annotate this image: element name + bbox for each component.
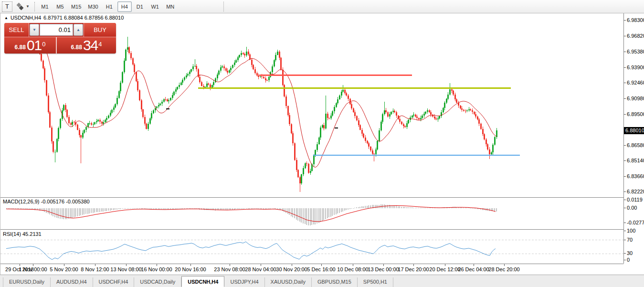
price-axis-label: 6.85140 <box>627 158 644 164</box>
date-tick <box>157 264 157 266</box>
tab-usdcad-daily[interactable]: USDCAD,Daily <box>134 277 181 287</box>
tab-xauusd-daily[interactable]: XAUUSD,Daily <box>265 277 312 287</box>
rsi-value: 45.2131 <box>22 231 42 237</box>
chart-tab-bar: EURUSD,DailyAUDUSD,H4USDCHF,H4USDCAD,Dai… <box>0 275 644 287</box>
date-tick <box>383 264 384 266</box>
date-label: 28 Nov 04:00 <box>245 266 276 272</box>
date-tick <box>230 264 230 266</box>
buy-price-display[interactable]: 6.88 34 4 <box>57 37 116 53</box>
chart-ohlc-values: 6.87971 6.88084 6.87856 6.88010 <box>43 15 124 21</box>
rsi-chart[interactable] <box>0 230 623 264</box>
date-tick <box>445 264 445 266</box>
date-tick <box>33 264 33 266</box>
tab-usdchf-h4[interactable]: USDCHF,H4 <box>93 277 135 287</box>
text-tool-button[interactable]: T <box>2 1 12 12</box>
date-label: 13 Nov 08:00 <box>110 266 141 272</box>
macd-axis-label: -0.027754 <box>627 220 644 226</box>
date-label: 8 Nov 12:00 <box>81 266 109 272</box>
date-label: 13 Dec 00:00 <box>368 266 399 272</box>
timeframe-button-M15[interactable]: M15 <box>68 1 84 12</box>
tab-eurusd-daily[interactable]: EURUSD,Daily <box>3 277 51 287</box>
volume-input[interactable] <box>40 24 73 36</box>
timeframe-button-W1[interactable]: W1 <box>148 1 162 12</box>
buy-button[interactable]: BUY <box>84 23 116 37</box>
date-tick <box>413 264 414 266</box>
price-axis-label: 6.90980 <box>627 96 644 102</box>
price-axis-label: 6.86580 <box>627 142 644 149</box>
chart-title: ▲ USDCNH,H4 6.87971 6.88084 6.87856 6.88… <box>4 15 124 21</box>
symbols-icon[interactable] <box>16 3 25 11</box>
timeframe-button-H1[interactable]: H1 <box>102 1 116 12</box>
date-tick <box>64 264 64 266</box>
toolbar-separator <box>34 2 35 11</box>
date-label: 26 Dec 04:00 <box>458 266 489 272</box>
date-tick <box>20 264 20 266</box>
date-label: 30 Nov 20:00 <box>276 266 307 272</box>
rsi-axis-label: 70 <box>627 237 633 243</box>
date-tick <box>353 264 353 266</box>
rsi-label: RSI(14) 45.2131 <box>3 231 42 237</box>
date-label: 10 Dec 08:00 <box>337 266 368 272</box>
chart-symbol-label: USDCNH,H4 <box>11 15 41 21</box>
date-tick <box>504 264 505 266</box>
date-label: 16 Nov 00:00 <box>141 266 172 272</box>
top-toolbar: T ▼ M1M5M15M30H1H4D1W1MN <box>0 0 644 13</box>
tab-audusd-h4[interactable]: AUDUSD,H4 <box>51 277 93 287</box>
date-label: 20 Nov 16:00 <box>175 266 206 272</box>
date-label: 5 Dec 16:00 <box>307 266 335 272</box>
chart-window: ▲ USDCNH,H4 6.87971 6.88084 6.87856 6.88… <box>0 13 644 275</box>
buy-price-sup: 4 <box>98 37 102 52</box>
date-tick <box>95 264 95 266</box>
sell-price-small: 6.88 <box>15 43 26 52</box>
volume-increase-button[interactable]: ▲ <box>74 24 83 36</box>
rsi-axis-label: 30 <box>627 250 633 256</box>
date-tick <box>292 264 292 266</box>
price-axis-label: 6.93900 <box>627 64 644 71</box>
date-tick <box>321 264 322 266</box>
one-click-trading-panel: SELL ▼ ▲ BUY 6.88 01 0 6.88 34 4 <box>4 23 116 53</box>
volume-decrease-button[interactable]: ▼ <box>30 24 39 36</box>
price-axis-label: 6.83660 <box>627 173 644 180</box>
tab-sp500-h1[interactable]: SP500,H1 <box>358 277 393 287</box>
current-price-marker: 6.88010 <box>624 127 644 134</box>
buy-price-small: 6.88 <box>71 43 82 52</box>
macd-axis-label: 0.00 <box>627 205 637 211</box>
collapse-triangle-icon[interactable]: ▲ <box>4 16 8 20</box>
price-axis[interactable]: 6.983006.968206.953806.939006.924606.909… <box>623 13 644 264</box>
tab-gbpusd-m15[interactable]: GBPUSD,M15 <box>312 277 358 287</box>
tab-usdjpy-h4[interactable]: USDJPY,H4 <box>224 277 264 287</box>
date-label: 20 Dec 12:00 <box>429 266 460 272</box>
sell-price-big: 01 <box>27 39 42 52</box>
sell-price-sup: 0 <box>42 37 45 52</box>
tab-usdcnh-h4[interactable]: USDCNH,H4 <box>181 276 224 287</box>
macd-axis-label: 0.0119 <box>627 197 643 203</box>
price-axis-label: 6.82220 <box>627 189 644 195</box>
timeframe-button-M5[interactable]: M5 <box>53 1 67 12</box>
date-label: 23 Nov 08:00 <box>214 266 245 272</box>
timeframe-button-H4[interactable]: H4 <box>117 1 132 12</box>
macd-label: MACD(12,26,9) -0.005176 -0.005380 <box>3 199 90 204</box>
rsi-axis-label: 100 <box>627 228 635 234</box>
buy-price-big: 34 <box>83 39 98 52</box>
sell-button[interactable]: SELL <box>4 23 29 37</box>
macd-chart[interactable] <box>0 198 623 229</box>
price-axis-label: 6.92460 <box>627 80 644 86</box>
price-axis-label: 6.98300 <box>627 17 644 23</box>
timeframe-button-M1[interactable]: M1 <box>38 1 52 12</box>
sell-price-display[interactable]: 6.88 01 0 <box>4 37 57 53</box>
date-axis[interactable]: 29 Oct 20181 Nov 00:005 Nov 20:008 Nov 1… <box>0 264 623 275</box>
macd-values: -0.005176 -0.005380 <box>41 199 89 204</box>
rsi-axis-label: 0 <box>627 257 630 263</box>
timeframe-button-M30[interactable]: M30 <box>85 1 101 12</box>
date-tick <box>190 264 191 266</box>
date-label: 1 Nov 00:00 <box>19 266 47 272</box>
date-tick <box>126 264 127 266</box>
chevron-down-icon[interactable]: ▼ <box>26 4 30 9</box>
price-axis-label: 6.89500 <box>627 111 644 117</box>
timeframe-button-MN[interactable]: MN <box>163 1 178 12</box>
date-label: 28 Dec 20:00 <box>488 266 519 272</box>
date-tick <box>474 264 474 266</box>
date-label: 17 Dec 20:00 <box>398 266 429 272</box>
timeframe-button-D1[interactable]: D1 <box>133 1 147 12</box>
date-tick <box>261 264 261 266</box>
